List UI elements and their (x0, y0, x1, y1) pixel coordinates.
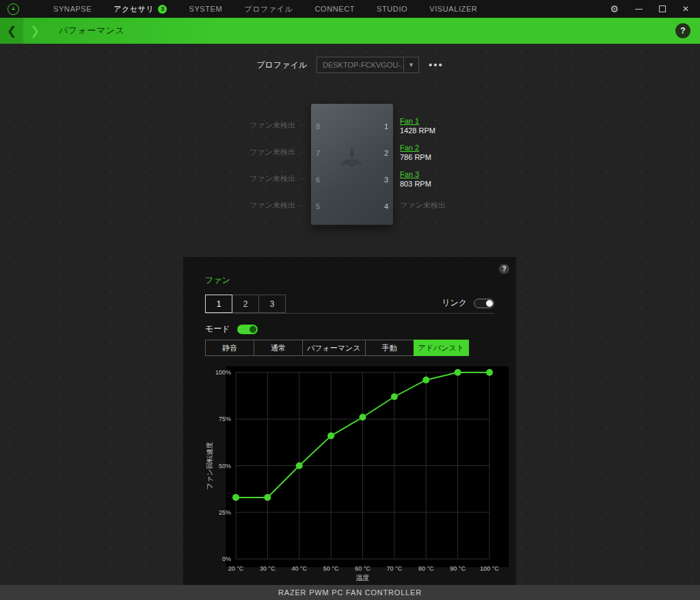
svg-text:0%: 0% (222, 556, 231, 562)
link-label: リンク (442, 297, 467, 309)
svg-text:ファン回転速度: ファン回転速度 (206, 441, 213, 490)
fan-status-list-right: Fan 11428 RPMFan 2786 RPMFan 3803 RPMファン… (400, 112, 509, 219)
mode-button-静音[interactable]: 静音 (205, 340, 254, 356)
svg-text:80 °C: 80 °C (418, 565, 434, 572)
fan-row-port-3: Fan 3803 RPM (400, 165, 509, 192)
svg-text:70 °C: 70 °C (387, 565, 403, 572)
link-control: リンク (442, 297, 494, 313)
profile-label: プロファイル (256, 59, 307, 71)
help-button[interactable]: ? (675, 23, 690, 38)
mode-toggle[interactable] (237, 325, 258, 334)
curve-point-90c[interactable] (455, 369, 461, 376)
curve-point-30c[interactable] (264, 494, 271, 501)
undetected-fan-list-left: ファン未検出ファン未検出ファン未検出ファン未検出 (0, 112, 306, 219)
fan-row-port-2: Fan 2786 RPM (400, 139, 509, 165)
menu-item-VISUALIZER[interactable]: VISUALIZER (418, 0, 488, 18)
mode-button-アドバンスト[interactable]: アドバンスト (414, 340, 470, 356)
curve-point-20c[interactable] (232, 494, 239, 501)
fan-panel-help-button[interactable]: ? (499, 264, 509, 274)
fan-rpm-value: 786 RPM (400, 153, 509, 161)
port-number-7: 7 (316, 139, 325, 166)
mode-button-パフォーマンス[interactable]: パフォーマンス (302, 340, 366, 356)
fan-status-port-5: ファン未検出 (0, 192, 306, 219)
toggle-knob (250, 326, 256, 333)
menu-item-CONNECT[interactable]: CONNECT (304, 0, 366, 18)
curve-point-100c[interactable] (486, 369, 493, 376)
mode-buttons: 静音通常パフォーマンス手動アドバンスト (205, 340, 469, 356)
settings-gear-icon[interactable]: ⚙ (610, 3, 619, 14)
back-button[interactable]: ❮ (0, 18, 23, 44)
forward-button[interactable]: ❯ (23, 18, 46, 44)
fan-status-port-8: ファン未検出 (0, 112, 306, 139)
titlebar: SYNAPSEアクセサリ3SYSTEMプロファイルCONNECTSTUDIOVI… (0, 0, 700, 18)
mode-button-手動[interactable]: 手動 (365, 340, 414, 356)
profile-dropdown-value: DESKTOP-FCKVGOU-... (317, 61, 403, 69)
main-menu: SYNAPSEアクセサリ3SYSTEMプロファイルCONNECTSTUDIOVI… (42, 0, 488, 18)
device-ports-right: 1234 (379, 113, 388, 219)
port-number-6: 6 (316, 166, 325, 193)
svg-text:50 °C: 50 °C (323, 565, 339, 572)
menu-badge: 3 (158, 5, 167, 14)
menu-item-label: SYNAPSE (53, 5, 92, 13)
fan-status-text: ファン未検出 (250, 147, 295, 157)
port-number-2: 2 (379, 139, 388, 166)
fan-link-2[interactable]: Fan 2 (400, 144, 419, 152)
fan-tab-3[interactable]: 3 (258, 295, 286, 313)
fan-link-3[interactable]: Fan 3 (400, 170, 419, 178)
svg-text:50%: 50% (219, 463, 231, 469)
curve-point-50c[interactable] (327, 433, 334, 439)
profile-more-button[interactable]: ••• (429, 62, 444, 68)
fan-status-port-6: ファン未検出 (0, 165, 306, 192)
menu-item-アクセサリ[interactable]: アクセサリ3 (103, 0, 178, 18)
device-ports-left: 8765 (316, 113, 325, 219)
leader-line (299, 205, 306, 206)
fan-row-port-4: ファン未検出 (400, 192, 509, 219)
leader-line (299, 152, 306, 152)
fan-tabs: 123 (205, 295, 286, 313)
fan-tab-2[interactable]: 2 (232, 295, 259, 313)
curve-point-80c[interactable] (422, 377, 429, 383)
svg-text:75%: 75% (219, 415, 231, 422)
curve-point-40c[interactable] (296, 463, 303, 469)
mode-label: モード (205, 323, 230, 335)
menu-item-label: VISUALIZER (429, 5, 477, 13)
fan-link-1[interactable]: Fan 1 (400, 117, 419, 125)
device-name-footer: RAZER PWM PC FAN CONTROLLER (0, 585, 700, 600)
fan-status-text: ファン未検出 (250, 200, 295, 210)
razer-device-logo-icon (336, 144, 368, 185)
port-number-3: 3 (379, 166, 388, 193)
menu-item-プロファイル[interactable]: プロファイル (233, 0, 304, 18)
menu-item-SYNAPSE[interactable]: SYNAPSE (42, 0, 103, 18)
toggle-knob (486, 300, 493, 307)
fan-curve-svg: 0%25%50%75%100%20 °C30 °C40 °C50 °C60 °C… (205, 363, 509, 584)
svg-text:40 °C: 40 °C (291, 565, 307, 572)
curve-point-70c[interactable] (391, 393, 398, 400)
window-controls: ⚙ ✕ (610, 3, 700, 14)
razer-logo[interactable] (3, 0, 23, 18)
razer-logo-icon (8, 3, 19, 15)
menu-item-SYSTEM[interactable]: SYSTEM (178, 0, 233, 18)
menu-item-label: プロファイル (244, 4, 293, 14)
fan-status-text: ファン未検出 (250, 174, 295, 184)
curve-point-60c[interactable] (360, 414, 366, 421)
link-toggle[interactable] (474, 299, 494, 308)
fan-status-port-7: ファン未検出 (0, 139, 306, 165)
page-header: ❮ ❯ パフォーマンス ? (0, 18, 700, 44)
port-number-8: 8 (316, 113, 325, 139)
profile-dropdown[interactable]: DESKTOP-FCKVGOU-... ▼ (317, 57, 419, 73)
profile-row: プロファイル DESKTOP-FCKVGOU-... ▼ ••• (0, 56, 700, 74)
fan-tab-1[interactable]: 1 (205, 295, 232, 313)
svg-text:25%: 25% (219, 509, 231, 516)
content-area: プロファイル DESKTOP-FCKVGOU-... ▼ ••• ファン未検出フ… (0, 44, 700, 585)
close-button[interactable]: ✕ (682, 4, 689, 14)
minimize-button[interactable] (635, 9, 643, 10)
fan-status-text: ファン未検出 (250, 120, 295, 131)
menu-item-label: アクセサリ (113, 4, 154, 14)
maximize-button[interactable] (659, 5, 666, 12)
leader-line (299, 178, 306, 179)
mode-button-通常[interactable]: 通常 (254, 340, 303, 356)
port-number-1: 1 (379, 113, 388, 139)
menu-item-label: STUDIO (377, 5, 407, 13)
page-title: パフォーマンス (59, 25, 124, 37)
menu-item-STUDIO[interactable]: STUDIO (366, 0, 418, 18)
